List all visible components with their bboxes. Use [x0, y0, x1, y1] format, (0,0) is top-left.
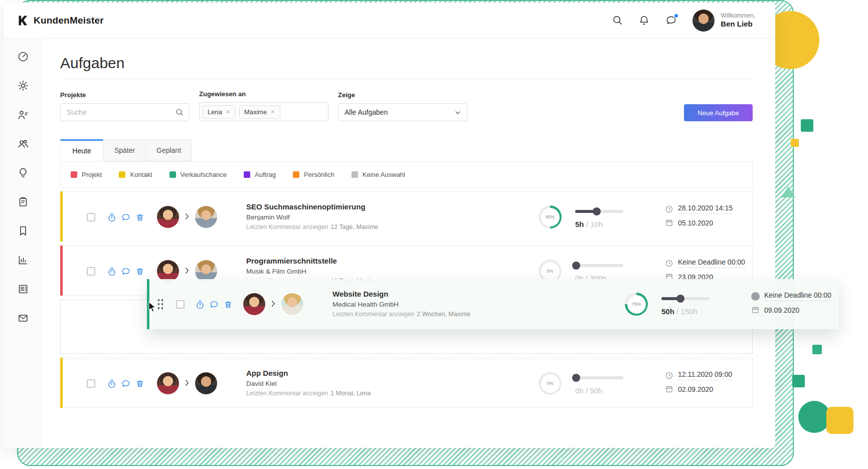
decor-green-square [801, 119, 813, 132]
timer-icon[interactable] [195, 300, 205, 310]
tab-bar: Heute Später Geplant [60, 139, 753, 161]
search-icon[interactable] [612, 15, 623, 26]
deadline-value[interactable]: Keine Deadline 00:00 [678, 258, 745, 268]
avatar[interactable] [195, 206, 217, 228]
avatar[interactable] [243, 293, 265, 315]
mail-icon[interactable] [17, 312, 29, 324]
trash-icon[interactable] [135, 267, 145, 277]
assignee-chip[interactable]: Maxime [239, 105, 281, 119]
comment-icon[interactable] [209, 300, 219, 310]
clock-icon [665, 259, 673, 268]
assigned-chips-field[interactable]: Lena Maxime [199, 102, 328, 121]
legend-swatch [119, 171, 125, 178]
tab-heute[interactable]: Heute [60, 139, 103, 161]
tab-geplant[interactable]: Geplant [146, 139, 192, 161]
task-checkbox[interactable] [87, 267, 95, 276]
bell-icon[interactable] [638, 15, 650, 26]
trash-icon[interactable] [135, 212, 145, 222]
task-title[interactable]: SEO Suchmaschinenoptimierung [246, 202, 378, 211]
slider-knob[interactable] [572, 262, 580, 270]
clipboard-icon[interactable] [17, 196, 29, 208]
task-title[interactable]: App Design [246, 369, 371, 377]
hours-slider[interactable] [575, 264, 623, 267]
dashboard-icon[interactable] [17, 51, 29, 63]
sidebar [4, 39, 42, 448]
chat-notification-dot [673, 13, 679, 19]
task-row[interactable]: SEO Suchmaschinenoptimierung Benjamin Wo… [60, 191, 753, 242]
start-date-value[interactable]: 02.09.2020 [678, 385, 713, 393]
legend-item: Verkaufschance [169, 171, 227, 178]
app-logo[interactable]: KundenMeister [17, 15, 104, 27]
contact-icon[interactable] [17, 109, 29, 121]
start-date-value[interactable]: 05.10.2020 [678, 219, 713, 227]
user-menu[interactable]: Willkommen, Ben Lieb [692, 10, 755, 32]
chart-icon[interactable] [17, 254, 29, 266]
avatar[interactable] [157, 372, 179, 394]
assigned-filter-label: Zugewiesen an [199, 90, 328, 98]
gear-icon[interactable] [17, 80, 29, 92]
projects-search-field[interactable] [60, 103, 190, 121]
comment-icon[interactable] [121, 379, 131, 389]
dates-column: Keine Deadline 00:00 23.09.2020 [665, 258, 745, 281]
search-icon[interactable] [175, 108, 184, 119]
decor-teal-triangle [781, 186, 795, 197]
slider-knob[interactable] [572, 374, 580, 382]
task-subtitle: Benjamin Wolf [246, 213, 378, 221]
filter-bar: Projekte Zugewiesen an Lena Max [60, 90, 753, 121]
show-last-comment-link[interactable]: Letzten Kommentar anzeigen12 Tage, Maxim… [246, 223, 378, 230]
task-title[interactable]: Programmierschnittstelle [246, 257, 378, 265]
task-subtitle: Medical Health GmbH [332, 301, 470, 308]
bookmark-icon[interactable] [17, 225, 29, 237]
team-icon[interactable] [17, 138, 29, 150]
avatar[interactable] [157, 206, 179, 228]
decor-yellow-square [791, 139, 799, 147]
idea-icon[interactable] [17, 167, 29, 179]
drag-handle-icon[interactable] [157, 298, 164, 310]
decor-yellow-rounded-square [826, 407, 853, 434]
show-filter-label: Zeige [338, 91, 467, 99]
calendar-icon [665, 218, 673, 227]
chat-icon[interactable] [665, 15, 677, 26]
projects-search-input[interactable] [61, 104, 189, 121]
trash-icon[interactable] [223, 300, 233, 310]
legend-item: Kontakt [119, 171, 152, 178]
comment-icon[interactable] [121, 267, 131, 277]
show-filter-select[interactable]: Alle Aufgaben [338, 103, 467, 121]
legend-item: Persönlich [293, 171, 334, 178]
top-header: KundenMeister Willkommen, Ben Lieb [4, 3, 775, 39]
deadline-value[interactable]: Keine Deadline 00:00 [764, 291, 831, 301]
logo-k-icon [17, 15, 29, 27]
dragged-task-row[interactable]: Website Design Medical Health GmbH Letzt… [147, 279, 839, 329]
remove-icon[interactable] [226, 109, 231, 114]
show-last-comment-link[interactable]: Letzten Kommentar anzeigen2 Wochen, Maxi… [332, 311, 470, 318]
hours-slider[interactable] [575, 210, 623, 213]
task-row[interactable]: App Design David Kiel Letzten Kommentar … [60, 358, 753, 408]
slider-knob[interactable] [676, 295, 684, 303]
trash-icon[interactable] [135, 379, 145, 389]
task-checkbox[interactable] [176, 300, 185, 309]
tab-spaeter[interactable]: Später [103, 139, 146, 161]
task-checkbox[interactable] [87, 379, 95, 388]
start-date-value[interactable]: 09.09.2020 [764, 306, 799, 314]
timer-icon[interactable] [107, 379, 117, 389]
task-title[interactable]: Website Design [332, 290, 470, 298]
hours-summary: 0h / 50h [575, 386, 602, 395]
news-icon[interactable] [17, 283, 29, 295]
comment-icon[interactable] [121, 212, 131, 222]
avatar[interactable] [195, 372, 217, 394]
avatar[interactable] [281, 293, 303, 315]
slider-knob[interactable] [593, 207, 601, 215]
hours-slider[interactable] [575, 376, 623, 379]
timer-icon[interactable] [107, 212, 117, 222]
show-last-comment-link[interactable]: Letzten Kommentar anzeigen1 Monat, Lena [246, 390, 371, 397]
remove-icon[interactable] [270, 109, 275, 114]
deadline-value[interactable]: 28.10.2020 14:15 [678, 204, 733, 214]
deadline-value[interactable]: 12.11.2020 09:00 [678, 370, 732, 380]
assignee-chip[interactable]: Lena [203, 105, 236, 119]
timer-icon[interactable] [107, 267, 117, 277]
user-avatar[interactable] [692, 10, 715, 32]
new-task-button[interactable]: Neue Aufgabe [684, 104, 753, 121]
task-checkbox[interactable] [87, 213, 95, 221]
clock-icon [665, 371, 673, 380]
hours-slider[interactable] [661, 297, 710, 300]
